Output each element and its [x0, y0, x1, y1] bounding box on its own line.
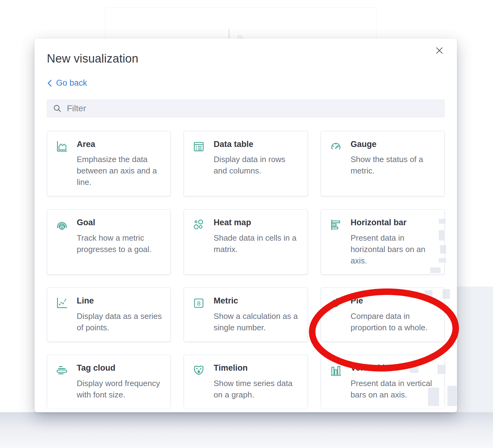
- chevron-left-icon: [47, 79, 52, 87]
- data-table-icon: [192, 139, 206, 153]
- card-title: Area: [77, 139, 163, 150]
- horizontal-bar-icon: [329, 218, 343, 232]
- card-timelion[interactable]: Timelion Show time series data on a grap…: [184, 355, 308, 409]
- card-description: Display word frequency with font size.: [77, 378, 163, 401]
- card-title: Horizontal bar: [351, 218, 437, 228]
- card-title: Heat map: [214, 218, 300, 228]
- line-chart-icon: [55, 296, 69, 310]
- pie-chart-icon: [329, 296, 343, 310]
- card-title: Tag cloud: [77, 363, 163, 373]
- card-tag-cloud[interactable]: Tag cloud Display word frequency with fo…: [47, 355, 171, 409]
- card-description: Show the status of a metric.: [351, 154, 437, 177]
- card-description: Compare data in proportion to a whole.: [351, 311, 437, 333]
- gauge-icon: [329, 139, 343, 153]
- card-description: Display data in rows and columns.: [214, 154, 300, 177]
- card-title: Metric: [214, 296, 300, 306]
- card-description: Track how a metric progresses to a goal.: [77, 232, 163, 255]
- card-title: Pie: [351, 296, 437, 306]
- card-description: Present data in vertical bars on an axis…: [351, 378, 437, 401]
- card-vertical-bar[interactable]: Vertical bar Present data in vertical ba…: [321, 355, 445, 409]
- card-metric[interactable]: 8 Metric Show a calculation as a single …: [184, 287, 308, 342]
- card-description: Emphasize the data between an axis and a…: [77, 154, 163, 188]
- card-gauge[interactable]: Gauge Show the status of a metric.: [321, 131, 445, 196]
- svg-text:8: 8: [61, 225, 63, 230]
- go-back-label: Go back: [56, 78, 87, 88]
- card-title: Goal: [77, 218, 163, 228]
- card-title: Vertical bar: [351, 363, 437, 373]
- card-pie[interactable]: Pie Compare data in proportion to a whol…: [321, 287, 445, 342]
- close-icon[interactable]: [434, 45, 445, 56]
- card-title: Timelion: [214, 363, 300, 373]
- new-visualization-modal: New visualization Go back Area Emphasize…: [35, 39, 457, 412]
- card-heat-map[interactable]: Heat map Shade data in cells in a matrix…: [184, 209, 308, 275]
- card-line[interactable]: Line Display data as a series of points.: [47, 287, 171, 342]
- card-horizontal-bar[interactable]: Horizontal bar Present data in horizonta…: [321, 209, 445, 275]
- go-back-link[interactable]: Go back: [47, 78, 87, 88]
- card-area[interactable]: Area Emphasize the data between an axis …: [47, 131, 171, 196]
- background-panel: [457, 287, 493, 412]
- metric-icon: 8: [192, 296, 206, 310]
- area-chart-icon: [55, 139, 69, 153]
- card-goal[interactable]: 8 Goal Track how a metric progresses to …: [47, 209, 171, 275]
- card-description: Show time series data on a graph.: [214, 378, 300, 401]
- visualization-type-grid: Area Emphasize the data between an axis …: [47, 131, 445, 409]
- svg-text:8: 8: [197, 300, 201, 307]
- filter-input[interactable]: [66, 103, 439, 114]
- card-description: Shade data in cells in a matrix.: [214, 232, 300, 255]
- background-bottom-area: [0, 412, 493, 448]
- card-data-table[interactable]: Data table Display data in rows and colu…: [184, 131, 308, 196]
- modal-title: New visualization: [47, 39, 445, 65]
- tag-cloud-icon: [55, 363, 69, 377]
- card-title: Gauge: [351, 139, 437, 150]
- filter-field: [47, 100, 445, 117]
- card-description: Show a calculation as a single number.: [214, 311, 300, 333]
- card-title: Line: [77, 296, 163, 306]
- heat-map-icon: [192, 218, 206, 232]
- search-icon: [53, 104, 62, 113]
- card-description: Display data as a series of points.: [77, 311, 163, 333]
- vertical-bar-icon: [329, 363, 343, 377]
- goal-icon: 8: [55, 218, 69, 232]
- card-description: Present data in horizontal bars on an ax…: [351, 232, 437, 267]
- timelion-icon: [192, 363, 206, 377]
- card-title: Data table: [214, 139, 300, 150]
